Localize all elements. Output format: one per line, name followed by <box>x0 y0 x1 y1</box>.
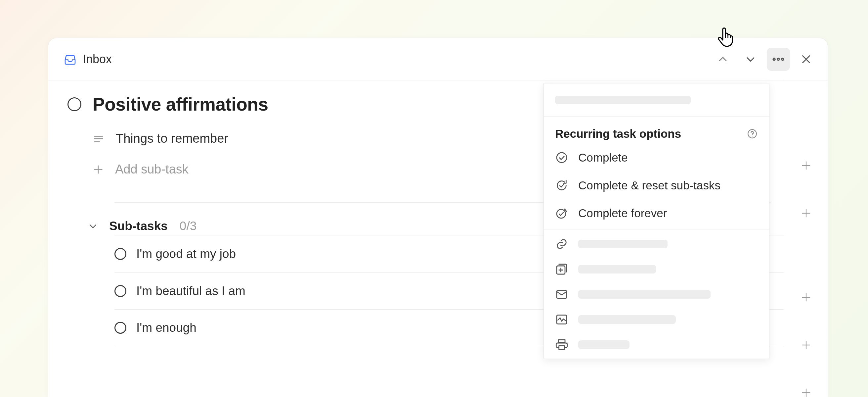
rail-add-button[interactable] <box>800 207 813 219</box>
menu-item-complete-reset[interactable]: Complete & reset sub-tasks <box>544 171 769 199</box>
menu-item-label: Complete forever <box>578 207 667 220</box>
check-circle-icon <box>555 151 568 164</box>
description-icon <box>93 133 104 145</box>
refresh-check-icon <box>555 179 568 192</box>
plus-icon <box>93 164 104 175</box>
next-task-button[interactable] <box>739 48 762 71</box>
menu-separator <box>544 229 769 229</box>
menu-top-placeholder <box>544 83 769 117</box>
header: Inbox <box>48 38 828 81</box>
prev-task-button[interactable] <box>711 48 734 71</box>
subtasks-label: Sub-tasks <box>109 219 168 233</box>
svg-rect-20 <box>559 346 565 350</box>
right-rail <box>784 81 828 397</box>
chevron-down-icon <box>88 221 98 231</box>
subtask-text: I'm good at my job <box>136 247 236 261</box>
task-detail-card: Inbox Positive affirmations <box>48 38 828 397</box>
more-menu: Recurring task options Complete Comple <box>544 83 769 359</box>
menu-item-placeholder[interactable] <box>544 231 769 257</box>
rail-add-button[interactable] <box>800 160 813 171</box>
menu-item-placeholder[interactable] <box>544 332 769 357</box>
task-description: Things to remember <box>116 132 228 146</box>
subtasks-count: 0/3 <box>180 219 196 233</box>
print-icon <box>555 338 568 351</box>
envelope-icon <box>555 288 568 301</box>
subtask-checkbox[interactable] <box>115 248 126 260</box>
menu-item-placeholder[interactable] <box>544 307 769 332</box>
menu-item-placeholder[interactable] <box>544 257 769 282</box>
activity-icon <box>555 313 568 326</box>
breadcrumb[interactable]: Inbox <box>63 52 112 66</box>
help-icon[interactable] <box>747 128 758 139</box>
rail-add-button[interactable] <box>800 387 813 397</box>
link-icon <box>555 237 568 251</box>
more-button[interactable] <box>767 48 790 71</box>
menu-section-title: Recurring task options <box>555 127 681 140</box>
inbox-icon <box>63 53 77 66</box>
subtask-text: I'm beautiful as I am <box>136 284 245 298</box>
svg-point-2 <box>782 58 784 60</box>
svg-point-13 <box>557 209 566 218</box>
double-check-circle-icon <box>555 207 568 220</box>
svg-point-0 <box>773 58 775 60</box>
add-subtask-label: Add sub-task <box>115 162 189 176</box>
menu-item-label: Complete & reset sub-tasks <box>578 179 720 192</box>
menu-item-placeholder[interactable] <box>544 282 769 307</box>
svg-point-1 <box>777 58 779 60</box>
task-title[interactable]: Positive affirmations <box>93 94 268 115</box>
rail-add-button[interactable] <box>800 339 813 351</box>
svg-rect-19 <box>558 340 565 342</box>
subtask-text: I'm enough <box>136 321 196 335</box>
close-button[interactable] <box>795 48 818 71</box>
menu-item-complete[interactable]: Complete <box>544 144 769 171</box>
add-square-icon <box>555 262 568 276</box>
subtask-checkbox[interactable] <box>115 285 126 297</box>
svg-point-12 <box>557 153 567 163</box>
header-title: Inbox <box>83 52 112 66</box>
subtask-checkbox[interactable] <box>115 322 126 334</box>
task-checkbox[interactable] <box>67 97 82 111</box>
menu-item-complete-forever[interactable]: Complete forever <box>544 199 769 227</box>
menu-item-label: Complete <box>578 151 628 164</box>
main-content: Positive affirmations Things to remember… <box>48 81 784 397</box>
rail-add-button[interactable] <box>800 292 813 303</box>
svg-point-11 <box>752 136 753 137</box>
